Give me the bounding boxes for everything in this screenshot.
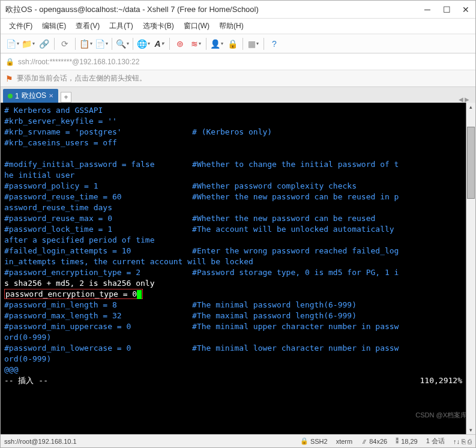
terminal[interactable]: # Kerberos and GSSAPI #krb_server_keyfil… bbox=[1, 103, 466, 434]
connect-button[interactable]: 🔗 bbox=[37, 37, 51, 51]
profile-button[interactable]: 👤 bbox=[209, 37, 224, 51]
layout-button[interactable]: ▦ bbox=[246, 37, 261, 51]
status-protocol: SSH2 bbox=[310, 438, 328, 445]
scroll-up-icon[interactable]: ▴ bbox=[466, 103, 475, 111]
help-button[interactable]: ? bbox=[267, 37, 282, 51]
menu-tools[interactable]: 工具(T) bbox=[106, 20, 136, 32]
open-button[interactable]: 📁 bbox=[21, 37, 35, 51]
script2-button[interactable]: ≋ bbox=[188, 37, 203, 51]
status-cursor: 18,29 bbox=[401, 438, 418, 445]
menu-view[interactable]: 查看(V) bbox=[72, 20, 103, 32]
lock-button[interactable]: 🔒 bbox=[225, 37, 240, 51]
close-button[interactable]: ✕ bbox=[461, 5, 471, 14]
status-size: 84x26 bbox=[369, 438, 387, 445]
flag-icon[interactable]: ⚑ bbox=[5, 74, 13, 83]
address-text[interactable]: ssh://root:********@192.168.10.130:22 bbox=[18, 58, 139, 66]
copy-button[interactable]: 📋 bbox=[79, 37, 93, 51]
minimize-button[interactable]: ─ bbox=[423, 5, 432, 14]
script-button[interactable]: ⊚ bbox=[173, 37, 187, 51]
new-session-button[interactable]: 📄 bbox=[5, 37, 20, 51]
size-icon: ⫽ bbox=[361, 438, 367, 445]
window-title: 欧拉OS - opengauss@localhost:~/data - Xshe… bbox=[5, 4, 423, 15]
status-path: ssh://root@192.168.10.1 bbox=[4, 438, 77, 445]
menu-file[interactable]: 文件(F) bbox=[5, 20, 36, 32]
tab-close-icon[interactable]: ✕ bbox=[49, 92, 53, 99]
font-button[interactable]: A bbox=[152, 37, 166, 51]
vim-percent: 12% bbox=[448, 375, 462, 386]
status-extra[interactable]: ↑↓ ⎘ ⎙ bbox=[453, 438, 472, 445]
menu-window[interactable]: 窗口(W) bbox=[180, 20, 213, 32]
lock-icon: 🔒 bbox=[300, 437, 309, 445]
status-sessions: 1 会话 bbox=[426, 437, 445, 446]
session-tab[interactable]: 1 欧拉OS ✕ bbox=[3, 89, 58, 103]
menu-edit[interactable]: 编辑(E) bbox=[38, 20, 70, 32]
tab-label: 欧拉OS bbox=[22, 91, 46, 101]
tab-index: 1 bbox=[15, 92, 19, 100]
tab-prev-icon[interactable]: ◀ bbox=[459, 96, 463, 103]
color-button[interactable]: 🌐 bbox=[136, 37, 151, 51]
hint-text: 要添加当前会话，点击左侧的箭头按钮。 bbox=[17, 73, 146, 83]
status-dot-icon bbox=[8, 94, 13, 98]
vim-position: 110,29 bbox=[420, 375, 448, 386]
paste-button[interactable]: 📄 bbox=[94, 37, 109, 51]
scroll-down-icon[interactable]: ▾ bbox=[466, 426, 475, 434]
cursor-icon: ⁑ bbox=[396, 437, 399, 445]
toolbar: 📄 📁 🔗 ⟳ 📋 📄 🔍 🌐 A ⊚ ≋ 👤 🔒 ▦ ? bbox=[1, 34, 475, 53]
statusbar: ssh://root@192.168.10.1 🔒SSH2 xterm ⫽84x… bbox=[1, 434, 475, 447]
scrollbar-thumb[interactable] bbox=[467, 127, 475, 199]
cursor bbox=[137, 290, 142, 299]
new-tab-button[interactable]: + bbox=[61, 92, 71, 103]
reconnect-button[interactable]: ⟳ bbox=[58, 37, 72, 51]
menu-tab[interactable]: 选项卡(B) bbox=[139, 20, 178, 32]
maximize-button[interactable]: ☐ bbox=[442, 5, 451, 14]
lock-icon: 🔒 bbox=[5, 58, 14, 66]
status-term: xterm bbox=[336, 438, 353, 445]
find-button[interactable]: 🔍 bbox=[115, 37, 130, 51]
vim-mode: -- 插入 -- bbox=[4, 375, 420, 386]
menu-help[interactable]: 帮助(H) bbox=[215, 20, 247, 32]
scrollbar[interactable]: ▴ ▾ bbox=[466, 103, 475, 434]
tab-next-icon[interactable]: ▶ bbox=[465, 96, 469, 103]
menubar: 文件(F) 编辑(E) 查看(V) 工具(T) 选项卡(B) 窗口(W) 帮助(… bbox=[1, 19, 475, 34]
